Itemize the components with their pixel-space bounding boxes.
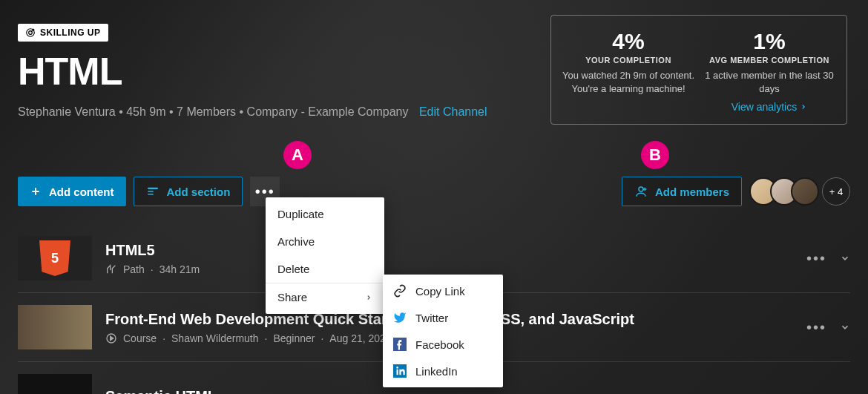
meta-author: Stephanie Ventura <box>18 105 116 118</box>
meta-duration: 45h 9m <box>126 105 165 118</box>
item-thumbnail: 5 <box>18 236 92 280</box>
item-expand-button[interactable] <box>840 319 850 336</box>
item-more-button[interactable]: ••• <box>806 250 826 267</box>
item-more-button[interactable]: ••• <box>806 319 826 336</box>
edit-channel-link[interactable]: Edit Channel <box>419 105 487 118</box>
member-avatars[interactable] <box>749 177 819 206</box>
item-type: Path <box>123 263 145 275</box>
menu-duplicate[interactable]: Duplicate <box>266 200 384 228</box>
share-facebook[interactable]: Facebook <box>383 331 503 358</box>
svg-point-7 <box>639 187 643 191</box>
add-content-label: Add content <box>49 185 114 198</box>
meta-company: Company - Example Company <box>247 105 409 118</box>
share-twitter[interactable]: Twitter <box>383 304 503 331</box>
chevron-right-icon <box>365 294 372 301</box>
add-content-button[interactable]: Add content <box>18 177 126 206</box>
add-members-label: Add members <box>655 185 729 198</box>
svg-rect-4 <box>148 188 158 189</box>
marker-b: B <box>641 141 669 169</box>
share-copy-label: Copy Link <box>415 285 465 298</box>
avg-completion-desc: 1 active member in the last 30 days <box>703 69 836 95</box>
skilling-up-label: SKILLING UP <box>40 27 101 38</box>
chevron-right-icon <box>800 103 807 111</box>
share-linkedin[interactable]: LinkedIn <box>383 358 503 384</box>
plus-icon <box>30 185 42 197</box>
share-facebook-label: Facebook <box>415 338 464 351</box>
menu-share[interactable]: Share <box>266 283 384 311</box>
view-analytics-label: View analytics <box>731 101 797 113</box>
link-icon <box>393 284 407 298</box>
more-options-menu: Duplicate Archive Delete Share <box>266 197 384 314</box>
avg-completion-pct: 1% <box>703 29 836 54</box>
menu-delete[interactable]: Delete <box>266 255 384 283</box>
item-author: Shawn Wildermuth <box>171 332 259 344</box>
share-twitter-label: Twitter <box>415 312 448 324</box>
item-title[interactable]: HTML5 <box>105 242 793 259</box>
item-expand-button[interactable] <box>840 250 850 267</box>
avg-completion-label: AVG MEMBER COMPLETION <box>703 56 836 65</box>
section-icon <box>146 185 160 198</box>
completion-stats-box: 4% YOUR COMPLETION You watched 2h 9m of … <box>550 15 847 125</box>
svg-rect-5 <box>148 191 154 192</box>
your-completion-pct: 4% <box>562 29 695 54</box>
svg-marker-11 <box>111 336 114 340</box>
linkedin-icon <box>393 364 407 378</box>
menu-share-label: Share <box>277 291 307 303</box>
share-linkedin-label: LinkedIn <box>415 365 458 378</box>
your-completion-label: YOUR COMPLETION <box>562 56 695 65</box>
play-circle-icon <box>105 332 117 344</box>
share-copy-link[interactable]: Copy Link <box>383 278 503 304</box>
item-duration: 34h 21m <box>160 263 200 275</box>
item-level: Beginner <box>273 332 315 344</box>
add-section-label: Add section <box>167 185 231 198</box>
menu-archive[interactable]: Archive <box>266 228 384 255</box>
avatar[interactable] <box>791 177 819 206</box>
item-thumbnail <box>18 374 92 394</box>
path-icon <box>105 263 117 275</box>
html5-logo-icon: 5 <box>39 240 70 276</box>
item-thumbnail <box>18 305 92 349</box>
meta-members: 7 Members <box>177 105 236 118</box>
item-type: Course <box>123 332 157 344</box>
marker-a: A <box>283 141 312 169</box>
your-completion-desc: You watched 2h 9m of content. You're a l… <box>562 69 695 95</box>
avatar-more-count[interactable]: + 4 <box>822 177 850 206</box>
add-members-button[interactable]: Add members <box>622 177 742 206</box>
svg-rect-6 <box>148 194 154 195</box>
view-analytics-link[interactable]: View analytics <box>731 101 807 113</box>
share-submenu: Copy Link Twitter Facebook LinkedIn <box>383 275 503 387</box>
facebook-icon <box>393 338 407 351</box>
add-section-button[interactable]: Add section <box>134 177 243 206</box>
skilling-up-badge: SKILLING UP <box>18 24 108 42</box>
twitter-icon <box>393 311 407 324</box>
target-icon <box>25 27 36 38</box>
item-title[interactable]: Semantic HTML <box>105 388 850 395</box>
add-person-icon <box>634 185 648 198</box>
